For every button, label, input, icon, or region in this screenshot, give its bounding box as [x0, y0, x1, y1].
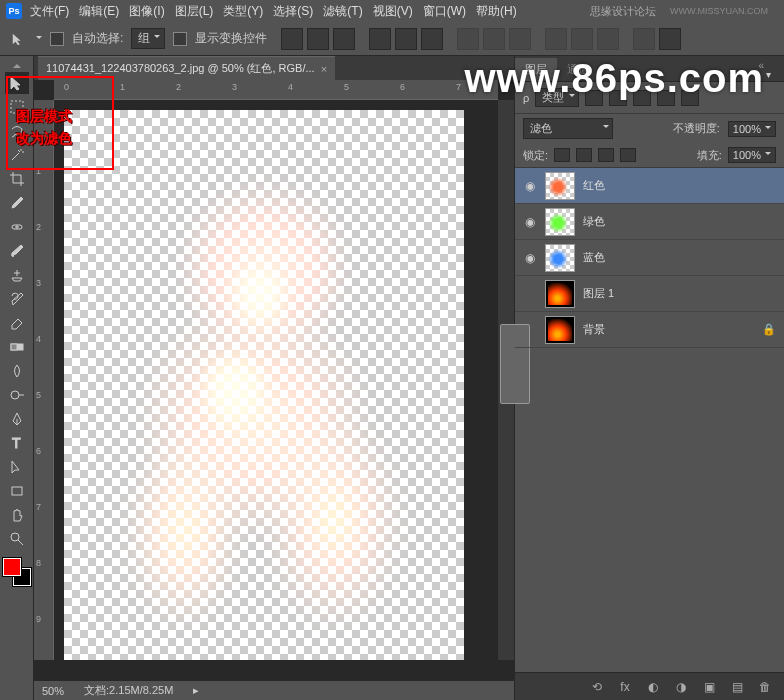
- align-vmid-icon[interactable]: [307, 28, 329, 50]
- visibility-toggle[interactable]: [523, 215, 537, 229]
- vertical-scrollbar[interactable]: [498, 100, 514, 660]
- eyedropper-tool[interactable]: [5, 192, 29, 214]
- foreground-color[interactable]: [3, 558, 21, 576]
- align-hmid-icon[interactable]: [395, 28, 417, 50]
- 3d-mode-icon[interactable]: [659, 28, 681, 50]
- lock-all-icon[interactable]: [620, 148, 636, 162]
- tab-layers[interactable]: 图层: [515, 58, 557, 81]
- layer-name[interactable]: 背景: [583, 322, 605, 337]
- filter-type-icon[interactable]: [633, 90, 651, 106]
- pen-tool[interactable]: [5, 408, 29, 430]
- marquee-tool[interactable]: [5, 96, 29, 118]
- visibility-toggle[interactable]: [523, 179, 537, 193]
- path-selection-tool[interactable]: [5, 456, 29, 478]
- blur-tool[interactable]: [5, 360, 29, 382]
- layer-thumbnail[interactable]: [545, 316, 575, 344]
- menu-view[interactable]: 视图(V): [373, 3, 413, 20]
- layer-thumbnail[interactable]: [545, 244, 575, 272]
- visibility-toggle[interactable]: [523, 287, 537, 301]
- blend-mode-select[interactable]: 滤色: [523, 118, 613, 139]
- layer-name[interactable]: 绿色: [583, 214, 605, 229]
- menu-window[interactable]: 窗口(W): [423, 3, 466, 20]
- align-top-icon[interactable]: [281, 28, 303, 50]
- link-layers-icon[interactable]: ⟲: [588, 679, 606, 695]
- dodge-tool[interactable]: [5, 384, 29, 406]
- delete-layer-icon[interactable]: 🗑: [756, 679, 774, 695]
- visibility-toggle[interactable]: [523, 323, 537, 337]
- tab-channels[interactable]: 通道: [557, 58, 599, 81]
- zoom-level[interactable]: 50%: [42, 685, 64, 697]
- visibility-toggle[interactable]: [523, 251, 537, 265]
- menu-edit[interactable]: 编辑(E): [79, 3, 119, 20]
- menu-filter[interactable]: 滤镜(T): [323, 3, 362, 20]
- healing-brush-tool[interactable]: [5, 216, 29, 238]
- status-caret-icon[interactable]: ▸: [193, 684, 199, 697]
- layer-thumbnail[interactable]: [545, 208, 575, 236]
- menu-file[interactable]: 文件(F): [30, 3, 69, 20]
- magic-wand-tool[interactable]: [5, 144, 29, 166]
- menu-layer[interactable]: 图层(L): [175, 3, 214, 20]
- ruler-tick: 6: [36, 446, 41, 456]
- menu-image[interactable]: 图像(I): [129, 3, 164, 20]
- lasso-tool[interactable]: [5, 120, 29, 142]
- zoom-tool[interactable]: [5, 528, 29, 550]
- panel-collapse-icon[interactable]: «: [758, 60, 764, 71]
- eraser-tool[interactable]: [5, 312, 29, 334]
- align-right-icon[interactable]: [421, 28, 443, 50]
- document-tab[interactable]: 11074431_122403780263_2.jpg @ 50% (红色, R…: [38, 56, 335, 80]
- align-bottom-icon[interactable]: [333, 28, 355, 50]
- lock-position-icon[interactable]: [598, 148, 614, 162]
- toolbar-collapse-icon[interactable]: [0, 60, 33, 70]
- layer-thumbnail[interactable]: [545, 172, 575, 200]
- layer-row[interactable]: 背景 🔒: [515, 312, 784, 348]
- clone-stamp-tool[interactable]: [5, 264, 29, 286]
- show-transform-label: 显示变换控件: [195, 30, 267, 47]
- layer-name[interactable]: 图层 1: [583, 286, 614, 301]
- chevron-down-icon[interactable]: [765, 152, 771, 158]
- auto-select-target-select[interactable]: 组: [131, 28, 165, 49]
- crop-tool[interactable]: [5, 168, 29, 190]
- layer-thumbnail[interactable]: [545, 280, 575, 308]
- filter-shape-icon[interactable]: [657, 90, 675, 106]
- close-icon[interactable]: ×: [321, 63, 327, 75]
- brush-tool[interactable]: [5, 240, 29, 262]
- layer-row[interactable]: 图层 1: [515, 276, 784, 312]
- fill-field[interactable]: 100%: [728, 147, 776, 163]
- auto-select-checkbox[interactable]: [50, 32, 64, 46]
- layer-filter-select[interactable]: 类型: [535, 88, 579, 107]
- layer-name[interactable]: 蓝色: [583, 250, 605, 265]
- new-adjustment-icon[interactable]: ◑: [672, 679, 690, 695]
- align-left-icon[interactable]: [369, 28, 391, 50]
- new-group-icon[interactable]: ▣: [700, 679, 718, 695]
- layer-name[interactable]: 红色: [583, 178, 605, 193]
- color-swatches[interactable]: [3, 558, 31, 586]
- show-transform-checkbox[interactable]: [173, 32, 187, 46]
- history-brush-tool[interactable]: [5, 288, 29, 310]
- canvas[interactable]: [54, 100, 498, 660]
- menu-select[interactable]: 选择(S): [273, 3, 313, 20]
- chevron-down-icon[interactable]: [765, 126, 771, 132]
- tool-preset-dropdown[interactable]: [36, 36, 42, 42]
- type-tool[interactable]: T: [5, 432, 29, 454]
- lock-pixels-icon[interactable]: [576, 148, 592, 162]
- filter-pixel-icon[interactable]: [585, 90, 603, 106]
- lock-transparency-icon[interactable]: [554, 148, 570, 162]
- gradient-tool[interactable]: [5, 336, 29, 358]
- layer-row[interactable]: 绿色: [515, 204, 784, 240]
- layer-row[interactable]: 蓝色: [515, 240, 784, 276]
- ruler-tick: 6: [400, 82, 405, 92]
- menu-help[interactable]: 帮助(H): [476, 3, 517, 20]
- menu-type[interactable]: 类型(Y): [223, 3, 263, 20]
- opacity-field[interactable]: 100%: [728, 121, 776, 137]
- new-layer-icon[interactable]: ▤: [728, 679, 746, 695]
- filter-adjust-icon[interactable]: [609, 90, 627, 106]
- layer-fx-icon[interactable]: fx: [616, 679, 634, 695]
- auto-align-icon: [633, 28, 655, 50]
- layer-row[interactable]: 红色: [515, 168, 784, 204]
- hand-tool[interactable]: [5, 504, 29, 526]
- add-mask-icon[interactable]: ◐: [644, 679, 662, 695]
- move-tool[interactable]: [5, 72, 29, 94]
- rectangle-tool[interactable]: [5, 480, 29, 502]
- panel-menu-icon[interactable]: [766, 64, 778, 74]
- filter-smart-icon[interactable]: [681, 90, 699, 106]
